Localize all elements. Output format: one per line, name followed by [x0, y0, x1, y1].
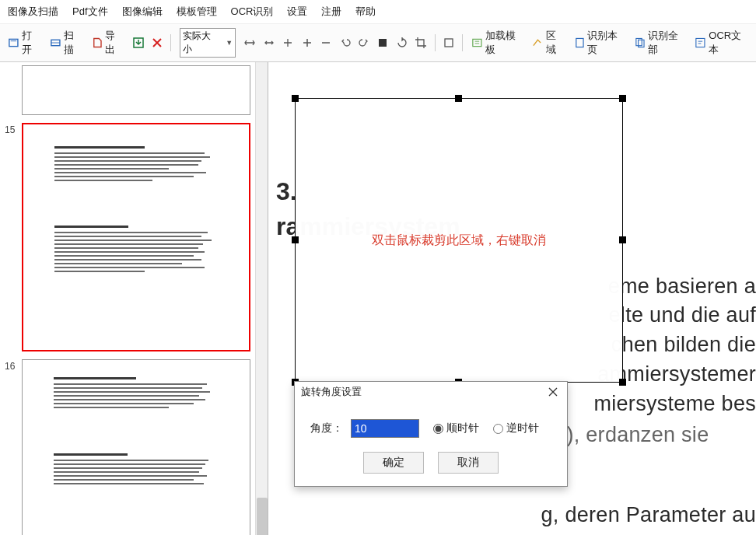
fit-height-icon	[263, 37, 275, 49]
fit-page-button[interactable]	[280, 34, 296, 51]
ccw-radio[interactable]: 逆时针	[493, 421, 539, 435]
thumbnail-page[interactable]	[22, 65, 250, 115]
redo-icon	[358, 37, 370, 49]
toolbar: 打开 扫描 导出 实际大小 ▼ 加载模板 区域 识别本页 识别全	[0, 24, 756, 62]
menu-bar: 图像及扫描 Pdf文件 图像编辑 模板管理 OCR识别 设置 注册 帮助	[0, 0, 756, 24]
dialog-body: 角度： 顺时针 逆时针	[295, 402, 567, 446]
cancel-button[interactable]: 取消	[438, 452, 499, 474]
deskew-button[interactable]	[440, 34, 456, 51]
angle-input[interactable]	[351, 419, 419, 438]
save-icon	[132, 37, 145, 49]
thumbnail-page-active[interactable]	[22, 123, 250, 351]
crop-handle-e[interactable]	[619, 236, 626, 243]
crop-handle-ne[interactable]	[619, 95, 626, 102]
crop-handle-n[interactable]	[455, 95, 462, 102]
delete-button[interactable]	[149, 34, 165, 51]
save-button[interactable]	[130, 34, 145, 51]
dialog-title: 旋转角度设置	[301, 385, 362, 399]
region-label: 区域	[546, 29, 565, 57]
recognize-all-button[interactable]: 识别全部	[632, 27, 689, 58]
dialog-close-button[interactable]	[545, 386, 561, 399]
scan-icon	[50, 37, 61, 49]
invert-icon	[376, 37, 389, 49]
recognize-all-label: 识别全部	[648, 29, 685, 57]
recognize-page-label: 识别本页	[587, 29, 625, 57]
thumbnail-row: 16	[5, 359, 263, 535]
load-template-button[interactable]: 加载模板	[468, 27, 526, 58]
open-icon	[8, 37, 19, 49]
crop-button[interactable]	[413, 34, 429, 51]
plus-icon	[301, 37, 313, 49]
menu-settings[interactable]: 设置	[287, 5, 307, 19]
undo-button[interactable]	[337, 34, 352, 51]
export-button[interactable]: 导出	[89, 27, 128, 58]
export-label: 导出	[105, 29, 124, 57]
rotate-icon	[396, 37, 408, 49]
menu-image-edit[interactable]: 图像编辑	[122, 5, 163, 19]
page-number: 16	[5, 359, 17, 535]
page-ocr-icon	[574, 37, 586, 49]
thumbnail-row	[5, 65, 263, 115]
menu-register[interactable]: 注册	[321, 5, 341, 19]
redo-button[interactable]	[356, 34, 372, 51]
dialog-buttons: 确定 取消	[295, 446, 567, 486]
fit-width-button[interactable]	[242, 34, 257, 51]
region-button[interactable]: 区域	[529, 27, 568, 58]
scan-button[interactable]: 扫描	[47, 27, 86, 58]
cw-radio[interactable]: 顺时针	[433, 421, 479, 435]
ocr-text-label: OCR文本	[709, 29, 748, 57]
thumbnails-scrollbar[interactable]	[255, 62, 268, 535]
recognize-page-button[interactable]: 识别本页	[571, 27, 628, 58]
heading-number: 3.	[276, 177, 297, 205]
template-icon	[471, 37, 483, 49]
menu-ocr[interactable]: OCR识别	[231, 5, 274, 19]
scan-label: 扫描	[64, 29, 82, 57]
rotate-button[interactable]	[394, 34, 410, 51]
svg-rect-6	[445, 39, 453, 47]
fit-height-button[interactable]	[261, 34, 277, 51]
thumbnail-panel: 15	[0, 62, 268, 535]
zoom-select[interactable]: 实际大小 ▼	[180, 28, 236, 58]
zoom-in-button[interactable]	[299, 34, 315, 51]
dialog-titlebar[interactable]: 旋转角度设置	[295, 382, 567, 402]
crop-icon	[415, 37, 427, 49]
export-icon	[92, 37, 103, 49]
thumbnail-row: 15	[5, 123, 263, 351]
svg-rect-0	[9, 39, 18, 46]
zoom-label: 实际大小	[183, 30, 216, 56]
page-number	[5, 65, 17, 115]
separator	[170, 34, 171, 51]
svg-rect-7	[473, 39, 481, 46]
zoom-out-button[interactable]	[318, 34, 334, 51]
thumbnail-page[interactable]	[22, 359, 250, 535]
ocr-text-button[interactable]: OCR文本	[691, 27, 751, 58]
minus-icon	[320, 37, 332, 49]
ok-button[interactable]: 确定	[363, 452, 424, 474]
cw-radio-input[interactable]	[433, 424, 443, 434]
region-icon	[532, 37, 544, 49]
scrollbar-handle[interactable]	[257, 498, 268, 535]
fit-width-icon	[243, 37, 256, 49]
ccw-radio-input[interactable]	[493, 424, 503, 434]
separator	[435, 34, 436, 51]
menu-image-scan[interactable]: 图像及扫描	[8, 5, 58, 19]
menu-pdf[interactable]: Pdf文件	[72, 5, 108, 19]
menu-template[interactable]: 模板管理	[177, 5, 217, 19]
crop-handle-nw[interactable]	[292, 95, 299, 102]
invert-button[interactable]	[375, 34, 390, 51]
doc-line: g, deren Parameter au	[346, 501, 756, 530]
crop-hint-text: 双击鼠标裁剪此区域，右键取消	[372, 233, 546, 249]
page-number: 15	[5, 123, 17, 351]
svg-rect-11	[696, 38, 705, 47]
fit-page-icon	[282, 37, 294, 49]
crop-handle-w[interactable]	[292, 236, 299, 243]
open-button[interactable]: 打开	[5, 27, 44, 58]
open-label: 打开	[22, 29, 40, 57]
crop-selection[interactable]: 双击鼠标裁剪此区域，右键取消	[295, 98, 623, 383]
crop-handle-se[interactable]	[619, 379, 626, 386]
ocr-text-icon	[695, 37, 706, 49]
svg-rect-8	[576, 38, 583, 47]
menu-help[interactable]: 帮助	[355, 5, 376, 19]
load-template-label: 加载模板	[485, 29, 523, 57]
deskew-icon	[443, 37, 455, 49]
